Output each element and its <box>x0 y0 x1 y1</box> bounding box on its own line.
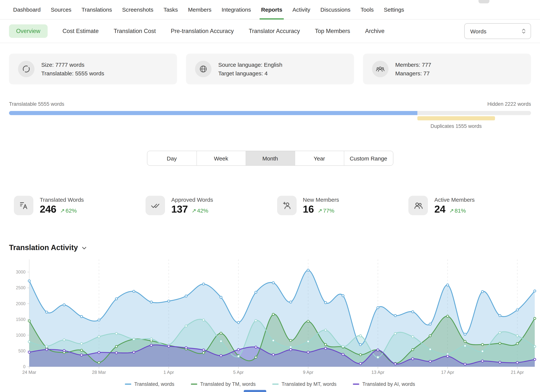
hidden-words-label: Hidden 2222 words <box>487 101 531 108</box>
trend-up-icon: ↗ <box>449 207 454 214</box>
range-custom[interactable]: Custom Range <box>344 151 393 165</box>
nav-members[interactable]: Members <box>188 6 211 14</box>
tab-overview[interactable]: Overview <box>9 24 47 38</box>
stat-label: Translated Words <box>40 196 84 203</box>
stat-value: 24 <box>435 203 445 215</box>
scroll-indicator[interactable] <box>244 390 266 392</box>
members-icon <box>409 196 428 215</box>
legend-item-translated-mt[interactable]: Translated by MT, words <box>272 381 336 387</box>
svg-text:1 Apr: 1 Apr <box>164 370 174 375</box>
date-range-toggle: Day Week Month Year Custom Range <box>147 151 393 166</box>
bar-translatable <box>9 111 417 115</box>
svg-text:1500: 1500 <box>16 317 25 322</box>
stat-label: Approved Words <box>171 196 213 203</box>
chart-legend: Translated, words Translated by TM, word… <box>0 380 540 388</box>
duplicates-label: Duplicates 1555 words <box>430 123 482 129</box>
stat-delta: ↗77% <box>318 207 334 214</box>
nav-activity[interactable]: Activity <box>292 6 310 14</box>
nav-settings[interactable]: Settings <box>384 6 404 14</box>
legend-item-translated-tm[interactable]: Translated by TM, words <box>191 381 256 387</box>
tab-archive[interactable]: Archive <box>365 28 384 35</box>
nav-tasks[interactable]: Tasks <box>164 6 178 14</box>
legend-label: Translated by AI, words <box>362 381 415 387</box>
legend-label: Translated, words <box>134 381 174 387</box>
header-avatar-cutoff[interactable] <box>479 0 489 3</box>
main-nav: Dashboard Sources Translations Screensho… <box>0 0 540 20</box>
kpi-stats: Translated Words 246 ↗62% Approved Words… <box>14 196 540 215</box>
target-languages-line: Target languages: 4 <box>218 69 282 78</box>
stat-approved-words: Approved Words 137 ↗42% <box>145 196 277 215</box>
range-month[interactable]: Month <box>245 151 295 165</box>
svg-text:24 Mar: 24 Mar <box>22 370 36 375</box>
tab-top-members[interactable]: Top Members <box>315 28 350 35</box>
legend-label: Translated by MT, words <box>281 381 336 387</box>
translation-activity-chart[interactable]: 24 Mar28 Mar1 Apr5 Apr9 Apr13 Apr17 Apr2… <box>0 255 540 379</box>
svg-text:28 Mar: 28 Mar <box>92 370 106 375</box>
nav-tools[interactable]: Tools <box>360 6 374 14</box>
nav-sources[interactable]: Sources <box>51 6 71 14</box>
chevron-down-icon[interactable] <box>82 246 87 250</box>
svg-text:9 Apr: 9 Apr <box>303 370 313 375</box>
svg-text:21 Apr: 21 Apr <box>511 370 524 375</box>
bar-duplicates <box>417 116 495 120</box>
translatable-line: Translatable: 5555 words <box>41 69 104 78</box>
svg-text:1000: 1000 <box>16 333 25 338</box>
svg-text:2000: 2000 <box>16 301 25 306</box>
size-line: Size: 7777 words <box>41 60 104 69</box>
stat-translated-words: Translated Words 246 ↗62% <box>14 196 145 215</box>
legend-marker <box>125 383 131 384</box>
stat-delta: ↗81% <box>449 207 466 214</box>
stat-delta-value: 62% <box>65 207 77 214</box>
tab-pretranslation-accuracy[interactable]: Pre-translation Accuracy <box>171 28 234 35</box>
stat-delta-value: 81% <box>455 207 466 214</box>
svg-text:5 Apr: 5 Apr <box>233 370 244 375</box>
stat-value: 16 <box>303 203 314 215</box>
nav-reports[interactable]: Reports <box>261 6 282 14</box>
tab-translator-accuracy[interactable]: Translator Accuracy <box>249 28 300 35</box>
stat-delta-value: 77% <box>323 207 334 214</box>
trend-up-icon: ↗ <box>192 207 196 214</box>
tab-cost-estimate[interactable]: Cost Estimate <box>62 28 99 35</box>
tab-translation-cost[interactable]: Translation Cost <box>114 28 156 35</box>
svg-text:17 Apr: 17 Apr <box>441 370 454 375</box>
svg-text:0: 0 <box>23 364 25 369</box>
reports-page: Dashboard Sources Translations Screensho… <box>0 0 540 392</box>
nav-translations[interactable]: Translations <box>82 6 112 14</box>
unit-select[interactable]: Words <box>464 23 531 39</box>
language-card: Source language: English Target language… <box>186 54 354 84</box>
double-check-icon <box>145 196 165 215</box>
translatable-words-label: Translatable 5555 words <box>9 101 64 108</box>
globe-icon <box>195 61 211 77</box>
stat-delta-value: 42% <box>197 207 208 214</box>
stat-value: 137 <box>171 203 188 215</box>
legend-item-translated[interactable]: Translated, words <box>125 381 174 387</box>
team-icon <box>372 61 389 77</box>
stat-delta: ↗62% <box>60 207 77 214</box>
stat-value: 246 <box>40 203 56 215</box>
nav-screenshots[interactable]: Screenshots <box>122 6 153 14</box>
range-week[interactable]: Week <box>196 151 245 165</box>
bar-track <box>9 111 531 115</box>
nav-discussions[interactable]: Discussions <box>320 6 350 14</box>
add-member-icon <box>277 196 296 215</box>
trend-up-icon: ↗ <box>60 207 65 214</box>
section-title: Translation Activity <box>9 243 78 252</box>
svg-text:3000: 3000 <box>16 270 25 274</box>
nav-dashboard[interactable]: Dashboard <box>13 6 41 14</box>
stat-delta: ↗42% <box>192 207 208 214</box>
members-card: Members: 777 Managers: 77 <box>363 54 531 84</box>
stat-active-members: Active Members 24 ↗81% <box>409 196 540 215</box>
stat-label: New Members <box>303 196 339 203</box>
unit-select-value: Words <box>470 28 486 34</box>
legend-marker <box>353 383 360 384</box>
svg-text:2500: 2500 <box>16 285 25 290</box>
managers-line: Managers: 77 <box>395 69 431 78</box>
legend-marker <box>272 383 278 384</box>
nav-integrations[interactable]: Integrations <box>222 6 251 14</box>
legend-marker <box>191 383 197 384</box>
range-year[interactable]: Year <box>295 151 344 165</box>
range-day[interactable]: Day <box>147 151 196 165</box>
members-line: Members: 777 <box>395 60 431 69</box>
svg-text:13 Apr: 13 Apr <box>371 370 384 375</box>
legend-item-translated-ai[interactable]: Translated by AI, words <box>353 381 415 387</box>
